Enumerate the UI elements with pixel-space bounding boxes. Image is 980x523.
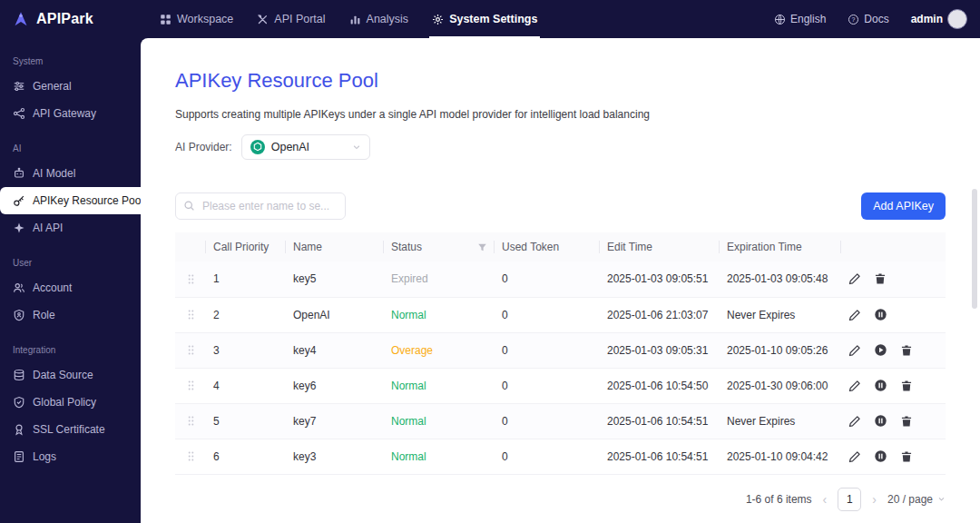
column-drag-handle <box>175 232 206 262</box>
cell-priority: 6 <box>206 439 286 474</box>
cell-used-token: 0 <box>495 262 600 297</box>
topbar-right: English ? Docs admin <box>774 0 980 38</box>
status-badge: Normal <box>391 380 426 392</box>
cell-edit-time: 2025-01-03 09:05:31 <box>600 332 720 368</box>
column-actions <box>841 232 946 262</box>
status-badge: Normal <box>391 309 426 321</box>
sidebar-item-ssl-certificate[interactable]: SSL Certificate <box>0 416 141 443</box>
cell-name: OpenAI <box>286 297 384 332</box>
main-nav: Workspace API Portal Analysis System Set… <box>148 0 549 38</box>
drag-handle-icon[interactable] <box>175 439 206 474</box>
delete-icon[interactable] <box>874 272 887 285</box>
cell-name: key6 <box>286 368 384 403</box>
pause-icon[interactable] <box>874 308 887 321</box>
ai-provider-select[interactable]: OpenAI <box>241 134 370 160</box>
drag-handle-icon[interactable] <box>175 332 206 368</box>
shield-check-icon <box>13 396 25 409</box>
edit-icon[interactable] <box>848 380 861 392</box>
cell-priority: 2 <box>206 297 286 332</box>
username: admin <box>911 13 943 25</box>
sidebar-item-account[interactable]: Account <box>0 274 141 301</box>
add-apikey-button[interactable]: Add APIKey <box>861 192 946 220</box>
delete-icon[interactable] <box>900 380 913 392</box>
analysis-icon <box>349 14 361 25</box>
drag-handle-icon[interactable] <box>175 262 206 297</box>
sidebar-item-data-source[interactable]: Data Source <box>0 361 141 389</box>
edit-icon[interactable] <box>848 272 861 285</box>
settings-gear-icon <box>432 14 444 25</box>
drag-handle-icon[interactable] <box>175 297 206 332</box>
search-icon <box>183 200 195 212</box>
status-badge: Expired <box>391 272 428 285</box>
docs-link[interactable]: ? Docs <box>848 13 888 25</box>
sidebar-item-label: Data Source <box>33 369 93 381</box>
sidebar-item-ai-api[interactable]: AI API <box>0 214 141 242</box>
robot-icon <box>13 167 25 180</box>
cell-used-token: 0 <box>495 332 600 368</box>
shield-icon <box>13 309 25 321</box>
app-logo: APIPark <box>0 0 141 38</box>
page-subtitle: Supports creating multiple APIKeys under… <box>175 108 946 121</box>
cell-expiration: 2025-01-10 09:05:26 <box>720 332 841 368</box>
table-row: 3 key4 Overage 0 2025-01-03 09:05:31 202… <box>175 332 946 368</box>
cell-used-token: 0 <box>495 297 600 332</box>
pause-icon[interactable] <box>874 414 887 428</box>
language-switch[interactable]: English <box>774 13 826 25</box>
cell-priority: 3 <box>206 332 286 368</box>
next-page-icon[interactable]: › <box>872 493 877 506</box>
cell-priority: 4 <box>206 368 286 403</box>
sidebar-item-apikey-resource-pool[interactable]: APIKey Resource Pool <box>0 187 141 214</box>
play-icon[interactable] <box>874 343 887 357</box>
pause-icon[interactable] <box>874 379 887 392</box>
certificate-icon <box>13 423 25 436</box>
sidebar-item-role[interactable]: Role <box>0 301 141 329</box>
sidebar-item-general[interactable]: General <box>0 73 141 100</box>
sidebar-item-global-policy[interactable]: Global Policy <box>0 389 141 416</box>
sidebar-item-ai-model[interactable]: AI Model <box>0 160 141 187</box>
column-expiration-time: Expiration Time <box>720 232 841 262</box>
filter-funnel-icon[interactable] <box>477 242 487 252</box>
nav-system-settings[interactable]: System Settings <box>420 0 549 38</box>
nav-label: Analysis <box>367 13 409 25</box>
table-header-row: Call Priority Name Status Used Token Edi… <box>175 232 946 262</box>
edit-icon[interactable] <box>848 344 861 357</box>
search-input[interactable] <box>175 192 346 220</box>
sidebar-item-label: Global Policy <box>33 396 96 409</box>
nav-api-portal[interactable]: API Portal <box>245 0 337 38</box>
cell-expiration: 2025-01-30 09:06:00 <box>720 368 841 403</box>
chevron-down-icon <box>937 495 946 503</box>
edit-icon[interactable] <box>848 309 861 321</box>
user-avatar[interactable] <box>947 9 967 29</box>
column-name: Name <box>286 232 384 262</box>
pagination: 1-6 of 6 items ‹ 1 › 20 / page <box>175 488 946 511</box>
column-edit-time: Edit Time <box>600 232 720 262</box>
apikey-table: Call Priority Name Status Used Token Edi… <box>175 232 946 475</box>
delete-icon[interactable] <box>900 415 913 428</box>
column-status: Status <box>384 232 495 262</box>
edit-icon[interactable] <box>848 415 861 428</box>
table-row: 6 key3 Normal 0 2025-01-06 10:54:51 2025… <box>175 439 946 474</box>
drag-handle-icon[interactable] <box>175 403 206 439</box>
openai-logo-icon <box>250 140 265 154</box>
delete-icon[interactable] <box>900 344 913 357</box>
page-size-select[interactable]: 20 / page <box>887 493 946 506</box>
sidebar-item-label: Role <box>33 309 55 321</box>
cell-name: key4 <box>286 332 384 368</box>
sidebar-item-api-gateway[interactable]: API Gateway <box>0 100 141 127</box>
pause-icon[interactable] <box>874 449 887 463</box>
cell-priority: 1 <box>206 262 286 297</box>
nav-analysis[interactable]: Analysis <box>338 0 421 38</box>
prev-page-icon[interactable]: ‹ <box>823 493 828 506</box>
user-menu[interactable]: admin <box>911 9 967 29</box>
scrollbar-thumb[interactable] <box>972 189 977 309</box>
drag-handle-icon[interactable] <box>175 368 206 403</box>
page-number[interactable]: 1 <box>838 488 861 511</box>
main-content: APIKey Resource Pool Supports creating m… <box>141 38 980 523</box>
ai-provider-value: OpenAI <box>271 141 346 153</box>
sidebar: System General API Gateway AI AI Model A… <box>0 38 141 523</box>
nav-workspace[interactable]: Workspace <box>148 0 245 38</box>
sidebar-item-logs[interactable]: Logs <box>0 443 141 470</box>
edit-icon[interactable] <box>848 450 861 463</box>
delete-icon[interactable] <box>900 450 913 463</box>
status-badge: Normal <box>391 450 426 463</box>
